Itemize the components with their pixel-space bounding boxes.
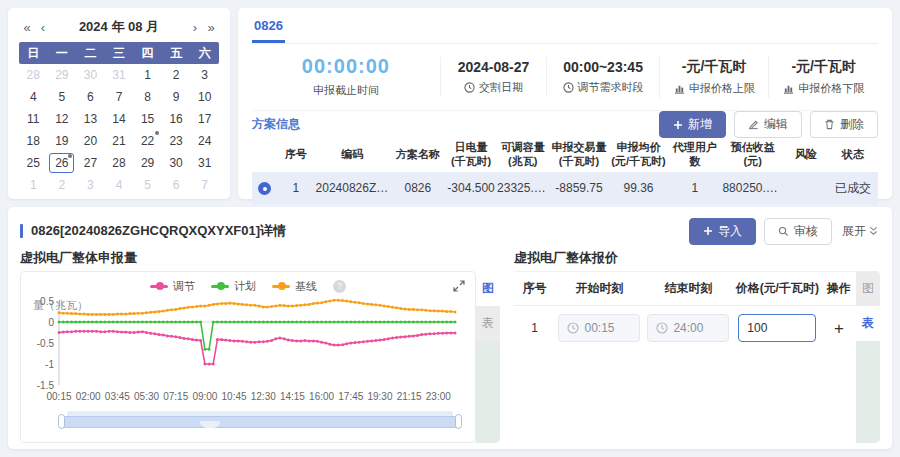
calendar-day[interactable]: 1 [135,65,160,85]
stat-label: 申报截止时间 [313,83,379,98]
calendar-day[interactable]: 31 [192,153,217,173]
legend-item[interactable]: 计划 [211,279,256,294]
calendar-day[interactable]: 2 [49,175,74,195]
price-input[interactable] [738,314,816,342]
calendar-day[interactable]: 3 [192,65,217,85]
column-header: 操作 [822,280,856,297]
legend-item[interactable]: 基线 [272,279,317,294]
calendar-day[interactable]: 24 [192,131,217,151]
clock-icon [656,322,668,334]
slider-handle-right[interactable] [455,414,462,429]
top-row: « ‹ 2024 年 08 月 › » 日一二三四五六 282930311234… [8,8,892,199]
detail-toolbar: 0826[20240826ZGHCQRQXQXYXF01]详情 导入 审核 展开 [20,215,880,247]
calendar-day[interactable]: 21 [106,131,131,151]
calendar-day[interactable]: 11 [21,109,46,129]
start-time-input[interactable]: 00:15 [558,314,640,342]
calendar-day[interactable]: 28 [21,65,46,85]
weekday-label: 六 [190,45,219,62]
calendar-day[interactable]: 31 [106,65,131,85]
calendar-day[interactable]: 16 [164,109,189,129]
svg-text:17:45: 17:45 [338,391,363,402]
calendar-day[interactable]: 9 [164,87,189,107]
column-header: 开始时刻 [555,280,644,297]
prev-year-button[interactable]: « [19,20,35,35]
calendar-day[interactable]: 13 [78,109,103,129]
svg-text:23:00: 23:00 [426,391,451,402]
calendar-day[interactable]: 14 [106,109,131,129]
slider-handle-left[interactable] [58,414,65,429]
slider-range[interactable] [61,416,459,428]
calendar-day[interactable]: 7 [106,87,131,107]
cell-name: 0826 [390,172,446,205]
calendar-day[interactable]: 7 [192,175,217,195]
legend-item[interactable]: 调节 [150,279,195,294]
cell-code: 20240826ZGHC... [315,172,390,205]
calendar-day[interactable]: 1 [21,175,46,195]
legend-marker [211,285,229,288]
report-heading: 虚拟电厂整体申报量 [20,249,500,271]
help-icon[interactable]: ? [333,280,346,293]
expand-label: 展开 [842,223,866,240]
edit-button[interactable]: 编辑 [734,111,802,138]
tab-chart-view[interactable]: 图 [856,271,880,306]
report-chart[interactable]: 0.50-0.5-1-1.500:1502:0003:4505:3007:150… [27,295,469,410]
calendar-day[interactable]: 30 [78,65,103,85]
search-icon [778,226,789,237]
calendar-day[interactable]: 29 [135,153,160,173]
calendar-day[interactable]: 28 [106,153,131,173]
svg-text:0: 0 [48,317,54,328]
column-header: 日电量 (千瓦时) [446,138,496,172]
weekday-row: 日一二三四五六 [19,42,219,64]
calendar-day[interactable]: 22 [135,131,160,151]
end-time-input[interactable]: 24:00 [647,314,729,342]
calendar-day[interactable]: 6 [164,175,189,195]
audit-button[interactable]: 审核 [764,218,832,245]
calendar-day[interactable]: 18 [21,131,46,151]
calendar-day[interactable]: 27 [78,153,103,173]
tab-table-view[interactable]: 表 [856,306,880,341]
calendar-day[interactable]: 2 [164,65,189,85]
calendar-day[interactable]: 4 [21,87,46,107]
calendar-day[interactable]: 20 [78,131,103,151]
calendar-day[interactable]: 5 [135,175,160,195]
title-accent-bar [20,224,23,238]
next-month-button[interactable]: › [187,20,203,35]
stats-row: 00:00:00 申报截止时间 2024-08-27 交割日期 00:00~23… [252,44,878,111]
y-axis-title: 量（兆瓦） [33,298,88,313]
row-radio[interactable] [258,182,271,195]
delete-button[interactable]: 删除 [810,111,878,138]
prev-month-button[interactable]: ‹ [35,20,51,35]
calendar-day[interactable]: 4 [106,175,131,195]
import-button[interactable]: 导入 [689,218,756,245]
next-year-button[interactable]: » [203,20,219,35]
add-button[interactable]: 新增 [659,111,726,138]
calendar-day[interactable]: 5 [49,87,74,107]
calendar-day[interactable]: 29 [49,65,74,85]
column-header: 预估收益 (元) [721,138,784,172]
pricing-table-header: 序号开始时刻结束时刻价格(元/千瓦时)操作 [514,272,856,306]
calendar-day[interactable]: 25 [21,153,46,173]
calendar-day[interactable]: 26 [49,153,74,173]
calendar-day[interactable]: 17 [192,109,217,129]
calendar-day[interactable]: 8 [135,87,160,107]
tab-0826[interactable]: 0826 [252,16,285,43]
tab-chart-view[interactable]: 图 [476,271,500,306]
svg-text:19:30: 19:30 [367,391,392,402]
table-row[interactable]: 1 20240826ZGHC... 0826 -304.500 23325.00… [252,172,878,205]
fullscreen-icon[interactable] [453,280,465,295]
calendar-day[interactable]: 23 [164,131,189,151]
plan-table: 序号编码方案名称日电量 (千瓦时)可调容量 (兆瓦)申报交易量 (千瓦时)申报均… [252,138,878,205]
calendar-day[interactable]: 30 [164,153,189,173]
add-price-row-button[interactable]: + [834,319,844,338]
calendar-day[interactable]: 10 [192,87,217,107]
pricing-seq: 1 [514,321,555,335]
calendar-day[interactable]: 3 [78,175,103,195]
calendar-day[interactable]: 19 [49,131,74,151]
datazoom-slider[interactable] [61,411,459,428]
expand-toggle[interactable]: 展开 [840,223,880,240]
calendar-day[interactable]: 12 [49,109,74,129]
svg-text:12:30: 12:30 [251,391,276,402]
calendar-day[interactable]: 6 [78,87,103,107]
calendar-day[interactable]: 15 [135,109,160,129]
tab-table-view[interactable]: 表 [476,306,500,341]
